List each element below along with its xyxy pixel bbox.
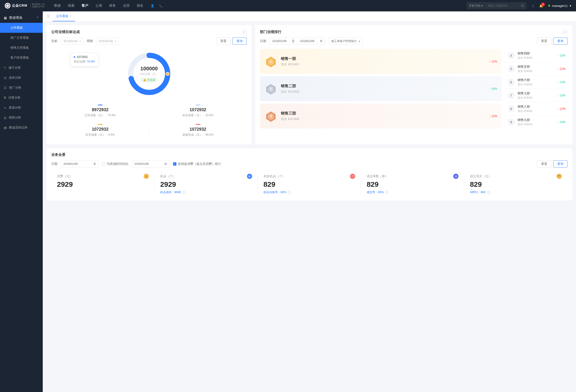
rank-card[interactable]: 1销售一部流水 ¥10,900↓ 12% (260, 49, 502, 74)
rank-card[interactable]: 2销售二部流水 ¥10,900↑ 10% (260, 76, 502, 101)
nav-item[interactable]: 公海 (95, 3, 102, 8)
chevron-down-icon: ▾ (115, 40, 116, 43)
sidebar: ▦数据看板 ⌃ 公司看板推广主管看板销售主管看板客户经理看板 ▽漏斗分析◷成本分… (0, 11, 43, 392)
achieved-badge: 👍已达成 (141, 78, 157, 82)
calendar-icon: 🗓 (93, 162, 96, 166)
status-dot-icon (548, 5, 550, 7)
sidebar-item[interactable]: 销售主管看板 (0, 43, 43, 53)
device-icon[interactable]: ▯ (532, 4, 534, 8)
reset-button[interactable]: 重置 (537, 160, 551, 168)
query-button[interactable]: 查询 (553, 37, 568, 45)
sidebar-group-dashboard[interactable]: ▦数据看板 ⌃ (0, 13, 43, 23)
svg-line-1 (523, 6, 524, 7)
rank-row[interactable]: 9销售九部流水 ¥19020↑ 10% (506, 115, 568, 128)
period-select[interactable]: 请选择周期▾ (96, 37, 119, 45)
sidebar-item[interactable]: ▤数据流转记录 (0, 122, 43, 133)
kpi-icon: ➤ (247, 174, 252, 179)
kpi-card: 有效机会（个）🛡829机会有效率：80% ? (258, 172, 361, 196)
help-icon[interactable]: ? (385, 191, 388, 194)
target-select[interactable]: 请选择目标▾ (61, 37, 83, 45)
date-range-input[interactable]: 2018/01/08 至 2018/01/08 🗓 (269, 37, 325, 45)
rank-number: 9 (508, 119, 515, 126)
phone-icon[interactable]: 📞 (159, 4, 163, 8)
sidebar-item[interactable]: 推广主管看板 (0, 33, 43, 43)
rank-number: 5 (508, 65, 515, 72)
reset-button[interactable]: 重置 (537, 37, 551, 45)
menu-icon: ▽ (4, 66, 6, 70)
query-button[interactable]: 查询 (232, 37, 247, 45)
date-input[interactable]: 2018/01/08🗓 (61, 160, 99, 168)
compare-date-input[interactable]: 2018/01/08🗓 (132, 160, 170, 168)
expand-icon[interactable]: ⤢ (242, 30, 247, 34)
search-button[interactable] (518, 2, 527, 9)
panel-goal: 公司业绩目标达成 ⤢ 目标 请选择目标▾ 周期 请选择周期▾ 重置 查询 (47, 25, 251, 145)
query-button[interactable]: 查询 (553, 160, 568, 168)
notification-icon[interactable]: 🔔5 (539, 4, 543, 8)
rank-row[interactable]: 6销售六部流水 ¥19020↑ 10% (506, 75, 568, 89)
help-icon[interactable]: ? (487, 191, 490, 194)
expand-icon[interactable]: ⤢ (563, 30, 568, 34)
medal-icon: 3 (265, 110, 277, 122)
grouping-select[interactable]: 按工单客户经理统计▾ (329, 37, 363, 45)
menu-icon: ☑ (4, 86, 7, 90)
nav-item[interactable]: 客户 (82, 3, 88, 8)
person-icon[interactable]: 👤 (150, 4, 154, 8)
logo[interactable]: 云朵CRM 教育机构一站式服务云平台 (5, 3, 45, 8)
logo-icon (5, 3, 10, 8)
menu-icon: ⧉ (4, 96, 6, 99)
reset-button[interactable]: 重置 (216, 37, 230, 45)
svg-point-0 (521, 4, 523, 6)
rank-number: 4 (508, 52, 515, 59)
nav-item[interactable]: 线索 (68, 3, 75, 8)
chevron-down-icon: ▾ (80, 40, 81, 43)
panel-rank: 部门业绩排行 ⤢ 日期 2018/01/08 至 2018/01/08 🗓 按工… (255, 25, 572, 145)
nav-item[interactable]: 财务 (109, 3, 116, 8)
menu-icon: ▤ (4, 126, 7, 129)
rank-row[interactable]: 8销售八部流水 ¥19020↓ 12% (506, 102, 568, 115)
checkbox-icon (102, 162, 105, 166)
help-icon[interactable]: ? (288, 191, 291, 194)
chevron-down-icon: ▾ (359, 40, 360, 43)
sidebar-item[interactable]: ▽漏斗分析 (0, 63, 43, 73)
panel-title: 业务全景 (51, 152, 568, 157)
sidebar-item[interactable]: ◷成本分析 (0, 73, 43, 83)
rank-card[interactable]: 3销售三部流水 ¥10,900↓ 12% (260, 104, 502, 128)
kpi-icon: 💳 (556, 174, 562, 179)
medal-icon: 2 (265, 83, 277, 95)
sidebar-item[interactable]: ∿渠道分析 (0, 103, 43, 113)
nav-item[interactable]: 运营 (123, 3, 130, 8)
checkbox-checked-icon: ✓ (173, 162, 176, 166)
sidebar-item[interactable]: 公司看板 (0, 23, 43, 33)
rank-row[interactable]: 5销售五部流水 ¥19020↓ 12% (506, 62, 568, 75)
search-type-select[interactable]: 手机号码▾ (466, 4, 485, 8)
kpi-card: 成交流水（元）💳829ARPU：¥80 ? (464, 172, 568, 196)
chart-tooltip: 1072932 所占比例: 70.9% (70, 53, 99, 66)
dashboard-icon: ▦ (4, 16, 7, 20)
kpi-icon: 🛡 (350, 174, 355, 179)
sidebar-item[interactable]: 客户经理看板 (0, 53, 43, 63)
menu-icon: ◷ (4, 76, 6, 80)
search: 手机号码▾ (466, 2, 527, 9)
cash-checkbox[interactable]: ✓按现金消费（返点后消费）统计 (173, 162, 221, 166)
rank-number: 8 (508, 105, 515, 112)
nav-item[interactable]: 报名 (137, 3, 144, 8)
nav-item[interactable]: 数据 (54, 3, 61, 8)
rank-row[interactable]: 7销售七部流水 ¥19020↑ 10% (506, 89, 568, 102)
close-icon[interactable]: × (70, 14, 72, 18)
user-menu[interactable]: manager11▾ (548, 4, 571, 8)
tab-company-board[interactable]: 公司看板× (53, 11, 75, 21)
stat-cell: 1072932超额完成（元）89.9% (149, 121, 247, 140)
sidebar-item[interactable]: ☑推广分析 (0, 83, 43, 93)
stat-cell: 8972932已完成量（元）70.9% (51, 101, 149, 121)
thumbs-up-icon: 👍 (143, 78, 146, 82)
kpi-card: 机会（个）➤2929机会成本：¥948 ? (155, 172, 258, 196)
search-input[interactable] (485, 4, 518, 7)
sidebar-toggle[interactable]: ☰ (44, 14, 53, 18)
compare-checkbox[interactable]: 与其他时间对比 (102, 162, 128, 166)
sidebar-item[interactable]: ⧉访客分析 (0, 93, 43, 103)
kpi-icon: ≣ (453, 174, 459, 179)
rank-row[interactable]: 4销售四部流水 ¥19020↑ 10% (506, 49, 568, 62)
topbar: 云朵CRM 教育机构一站式服务云平台 数据线索客户公海财务运营报名 👤 📞 手机… (0, 0, 576, 11)
sidebar-item[interactable]: ◎销售分析 (0, 113, 43, 122)
help-icon[interactable]: ? (182, 191, 186, 194)
